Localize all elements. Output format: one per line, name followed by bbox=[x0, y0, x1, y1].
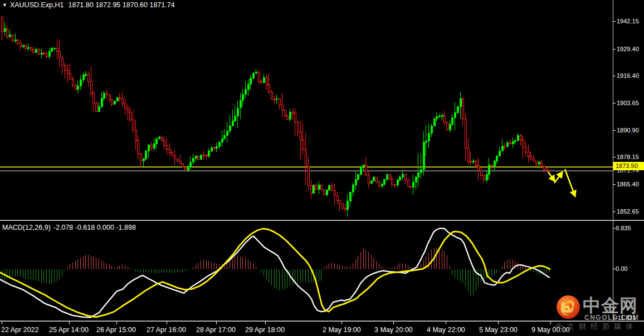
price-axis-label: 1878.15 bbox=[617, 154, 639, 160]
symbol-header[interactable]: ▼XAUUSD.Exp,H11871.80 1872.95 1870.60 18… bbox=[2, 1, 175, 9]
time-axis-label: 9 May 00:00 bbox=[531, 326, 570, 334]
price-axis-label: 1942.15 bbox=[617, 18, 639, 24]
time-axis-label: 27 Apr 16:00 bbox=[147, 326, 186, 334]
macd-axis-label: 9.835 bbox=[616, 225, 631, 231]
mt4-chart-window: ▼XAUUSD.Exp,H11871.80 1872.95 1870.60 18… bbox=[0, 0, 644, 336]
time-axis-label: 2 May 19:00 bbox=[323, 326, 361, 334]
macd-indicator-label: MACD(12,26,9) bbox=[2, 224, 51, 231]
macd-indicator-header[interactable]: MACD(12,26,9)-2.078 -0.618 0.000 -1.898 bbox=[2, 224, 136, 231]
time-axis-label: 22 Apr 2022 bbox=[1, 326, 38, 334]
price-level-badge: 1873.50 bbox=[613, 162, 644, 170]
time-axis-label: 29 Apr 18:00 bbox=[245, 326, 285, 334]
price-axis-label: 1903.65 bbox=[617, 100, 639, 106]
chart-canvas[interactable] bbox=[0, 0, 644, 336]
trend-arrows-annotation bbox=[548, 169, 575, 196]
price-axis-label: 1852.65 bbox=[617, 208, 639, 215]
price-axis-label: 1916.40 bbox=[617, 72, 639, 79]
time-axis-label: 5 May 23:00 bbox=[479, 326, 518, 334]
macd-axis-label: -11.831 bbox=[616, 314, 636, 321]
time-axis-label: 28 Apr 17:00 bbox=[196, 326, 236, 334]
macd-signal-lines bbox=[0, 228, 550, 317]
time-axis-label: 4 May 22:00 bbox=[427, 326, 465, 334]
candlestick-series bbox=[1, 17, 550, 217]
time-axis-label: 26 Apr 15:00 bbox=[96, 326, 136, 334]
price-axis-label: 1890.90 bbox=[617, 127, 639, 134]
macd-axis-label: 0.00 bbox=[616, 265, 627, 272]
symbol-dropdown-icon[interactable]: ▼ bbox=[2, 2, 7, 8]
time-axis-label: 3 May 20:00 bbox=[374, 326, 413, 334]
time-axis-label: 25 Apr 14:00 bbox=[49, 326, 89, 334]
price-axis-label: 1865.40 bbox=[617, 181, 639, 187]
symbol-timeframe-label: XAUUSD.Exp,H1 bbox=[10, 1, 64, 9]
macd-indicator-values: -2.078 -0.618 0.000 -1.898 bbox=[53, 224, 136, 231]
ohlc-values: 1871.80 1872.95 1870.60 1871.74 bbox=[68, 1, 174, 9]
horizontal-level-lines bbox=[0, 167, 613, 171]
price-axis-label: 1929.40 bbox=[617, 46, 639, 52]
